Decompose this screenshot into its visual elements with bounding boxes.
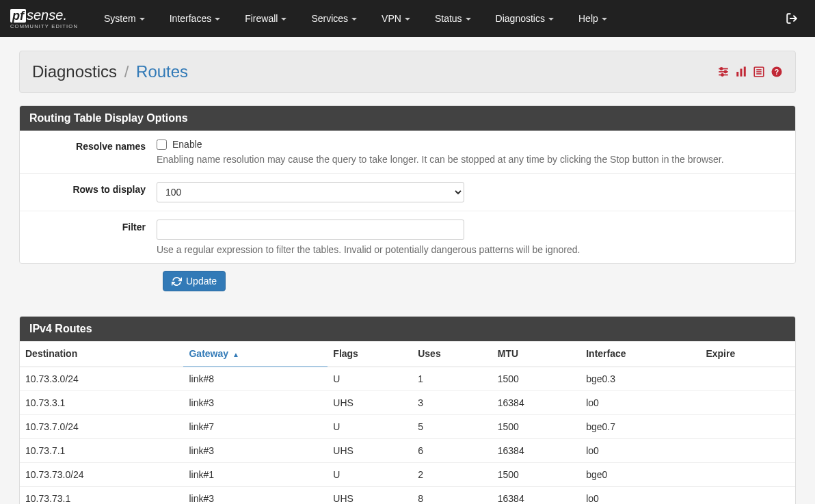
caret-down-icon [602,18,607,21]
cell-flags: UHS [328,439,412,463]
col-uses[interactable]: Uses [412,341,492,367]
col-destination[interactable]: Destination [20,341,183,367]
nav-items: SystemInterfacesFirewallServicesVPNStatu… [92,1,779,36]
caret-down-icon [215,18,220,21]
filter-label: Filter [27,220,157,233]
chart-icon[interactable] [735,66,747,78]
cell-interface: bge0.7 [580,415,700,439]
rows-to-display-select[interactable]: 100 [157,182,464,202]
cell-uses: 2 [412,463,492,487]
nav-item-label: Status [435,13,462,24]
logo-sense: sense [27,8,63,22]
caret-down-icon [548,18,554,21]
cell-expire [700,487,795,505]
logo-pf: pf [10,9,26,23]
logo[interactable]: pfsense. COMMUNITY EDITION [10,8,78,29]
logo-dot: . [63,8,67,22]
cell-flags: U [328,463,412,487]
col-mtu[interactable]: MTU [492,341,580,367]
nav-item-interfaces[interactable]: Interfaces [157,1,232,36]
resolve-names-checkbox-label: Enable [172,139,202,150]
filter-row: Filter Use a regular expression to filte… [20,211,795,263]
filter-help: Use a regular expression to filter the t… [157,244,788,255]
svg-rect-7 [736,72,738,77]
cell-destination: 10.73.73.1 [20,487,183,505]
nav-item-label: Interfaces [170,13,211,24]
cell-gateway: link#7 [183,415,328,439]
cell-flags: UHS [328,391,412,415]
table-row[interactable]: 10.73.3.0/24link#8U11500bge0.3 [20,367,795,391]
cell-destination: 10.73.3.0/24 [20,367,183,391]
table-row[interactable]: 10.73.73.1link#3UHS816384lo0 [20,487,795,505]
col-gateway[interactable]: Gateway▲ [183,341,328,367]
nav-item-help[interactable]: Help [566,1,619,36]
table-row[interactable]: 10.73.3.1link#3UHS316384lo0 [20,391,795,415]
table-row[interactable]: 10.73.7.0/24link#7U51500bge0.7 [20,415,795,439]
cell-mtu: 1500 [492,463,580,487]
nav-item-label: VPN [382,13,401,24]
cell-gateway: link#3 [183,439,328,463]
sliders-icon[interactable] [717,66,730,78]
svg-point-4 [721,68,723,70]
table-row[interactable]: 10.73.73.0/24link#1U21500bge0 [20,463,795,487]
nav-item-vpn[interactable]: VPN [369,1,423,36]
nav-item-label: Help [578,13,598,24]
caret-down-icon [466,18,471,21]
filter-input[interactable] [157,220,464,240]
update-button[interactable]: Update [163,271,226,291]
breadcrumb-current[interactable]: Routes [136,62,188,81]
ipv4-routes-panel: IPv4 Routes Destination Gateway▲ Flags U… [19,316,796,504]
table-row[interactable]: 10.73.7.1link#3UHS616384lo0 [20,439,795,463]
svg-rect-8 [740,69,743,77]
cell-expire [700,463,795,487]
help-icon[interactable]: ? [771,66,783,78]
cell-interface: lo0 [580,391,700,415]
rows-to-display-label: Rows to display [27,182,157,195]
nav-item-label: System [104,13,136,24]
cell-gateway: link#3 [183,391,328,415]
update-button-label: Update [186,276,217,287]
svg-rect-9 [744,67,746,77]
log-icon[interactable] [753,66,765,78]
logo-edition: COMMUNITY EDITION [10,24,78,29]
breadcrumb: Diagnostics / Routes [32,62,188,81]
breadcrumb-section[interactable]: Diagnostics [32,62,117,81]
cell-expire [700,415,795,439]
resolve-names-checkbox-wrap[interactable]: Enable [157,139,788,150]
nav-item-label: Services [311,13,348,24]
nav-item-label: Diagnostics [496,13,545,24]
nav-item-firewall[interactable]: Firewall [232,1,299,36]
cell-flags: UHS [328,487,412,505]
col-flags[interactable]: Flags [328,341,412,367]
svg-point-5 [725,71,727,73]
cell-mtu: 1500 [492,415,580,439]
cell-uses: 3 [412,391,492,415]
cell-gateway: link#3 [183,487,328,505]
caret-down-icon [405,18,410,21]
ipv4-routes-table: Destination Gateway▲ Flags Uses MTU Inte… [20,341,795,504]
breadcrumb-separator: / [124,62,129,81]
cell-mtu: 16384 [492,487,580,505]
nav-item-diagnostics[interactable]: Diagnostics [483,1,566,36]
col-interface[interactable]: Interface [580,341,700,367]
cell-gateway: link#8 [183,367,328,391]
cell-interface: lo0 [580,487,700,505]
resolve-names-label: Resolve names [27,139,157,152]
caret-down-icon [351,18,357,21]
nav-item-system[interactable]: System [92,1,157,36]
button-row: Update [19,264,796,304]
nav-item-services[interactable]: Services [299,1,369,36]
refresh-icon [172,276,182,287]
nav-item-status[interactable]: Status [423,1,483,36]
resolve-names-checkbox[interactable] [157,140,167,150]
options-panel: Routing Table Display Options Resolve na… [19,105,796,264]
table-header-row: Destination Gateway▲ Flags Uses MTU Inte… [20,341,795,367]
cell-expire [700,367,795,391]
logout-button[interactable] [779,5,805,31]
cell-flags: U [328,367,412,391]
nav-item-label: Firewall [245,13,278,24]
col-expire[interactable]: Expire [700,341,795,367]
cell-uses: 5 [412,415,492,439]
page-header: Diagnostics / Routes ? [19,51,796,93]
cell-mtu: 16384 [492,439,580,463]
